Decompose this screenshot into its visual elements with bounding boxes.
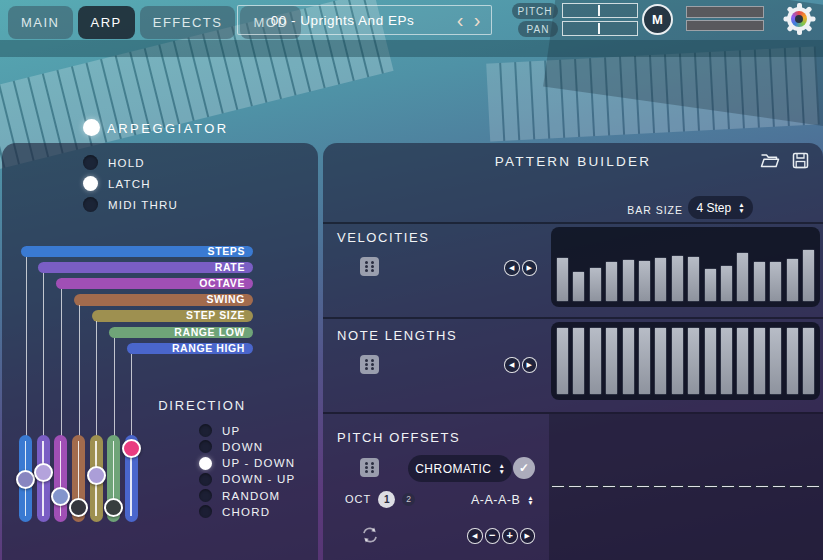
pitch-step-dash[interactable]	[806, 485, 820, 489]
chart-bar[interactable]	[638, 327, 651, 395]
chart-bar[interactable]	[720, 265, 733, 302]
pitch-step-dash[interactable]	[704, 485, 718, 489]
chart-bar[interactable]	[671, 327, 684, 395]
chart-bar[interactable]	[802, 327, 815, 395]
bar-size-selector[interactable]: 4 Step ▲▼	[688, 196, 753, 219]
chart-bar[interactable]	[671, 255, 684, 302]
velocities-shift-left-button[interactable]: ◀	[504, 260, 520, 276]
chart-bar[interactable]	[687, 256, 700, 302]
pitch-step-dash[interactable]	[789, 485, 803, 489]
tab-arp[interactable]: ARP	[78, 6, 135, 39]
pitch-offset-steps[interactable]	[551, 480, 820, 492]
chart-bar[interactable]	[589, 267, 602, 302]
stepper-arrows-icon[interactable]: ▲▼	[527, 495, 534, 506]
arpeggiator-toggle[interactable]	[83, 119, 100, 136]
pitch-step-dash[interactable]	[772, 485, 786, 489]
save-pattern-disk-icon[interactable]	[792, 152, 809, 169]
pitch-step-dash[interactable]	[738, 485, 752, 489]
velocities-chart[interactable]	[551, 227, 820, 307]
chart-bar[interactable]	[572, 271, 585, 303]
direction-option-chord[interactable]: CHORD	[199, 505, 295, 518]
note-lengths-shift-right-button[interactable]: ▶	[522, 357, 538, 373]
scale-selector[interactable]: CHROMATIC ▲▼	[408, 455, 512, 482]
chart-bar[interactable]	[704, 327, 717, 395]
chart-bar[interactable]	[769, 261, 782, 302]
settings-gear-icon[interactable]	[782, 2, 816, 36]
note-lengths-shift-left-button[interactable]: ◀	[504, 357, 520, 373]
pitch-step-dash[interactable]	[687, 485, 701, 489]
chart-bar[interactable]	[605, 327, 618, 395]
chart-bar[interactable]	[572, 327, 585, 395]
stepper-arrows-icon[interactable]: ▲▼	[498, 463, 504, 474]
chart-bar[interactable]	[769, 327, 782, 395]
chart-bar[interactable]	[802, 249, 815, 302]
slider-knob-rate[interactable]	[34, 463, 53, 482]
pitch-step-dash[interactable]	[585, 485, 599, 489]
velocities-randomize-dice-icon[interactable]	[360, 257, 379, 276]
chart-bar[interactable]	[786, 258, 799, 302]
mute-button[interactable]: M	[642, 4, 673, 35]
preset-next-button[interactable]: ›	[470, 7, 484, 35]
preset-prev-button[interactable]: ‹	[453, 7, 467, 35]
chart-bar[interactable]	[753, 327, 766, 395]
slider-bar-rate[interactable]: RATE	[38, 262, 253, 274]
chart-bar[interactable]	[605, 261, 618, 302]
chart-bar[interactable]	[704, 268, 717, 302]
pitch-step-dash[interactable]	[602, 485, 616, 489]
reset-refresh-icon[interactable]	[361, 526, 379, 544]
chart-bar[interactable]	[638, 260, 651, 302]
tab-effects[interactable]: EFFECTS	[140, 6, 236, 39]
chart-bar[interactable]	[654, 257, 667, 302]
chart-bar[interactable]	[589, 327, 602, 395]
pitch-step-dash[interactable]	[568, 485, 582, 489]
tab-main[interactable]: MAIN	[8, 6, 73, 39]
step-left-button[interactable]: ◀	[467, 528, 483, 544]
chart-bar[interactable]	[736, 252, 749, 302]
load-pattern-folder-icon[interactable]	[760, 152, 780, 169]
slider-bar-steps[interactable]: STEPS	[21, 246, 253, 258]
chart-bar[interactable]	[720, 327, 733, 395]
slider-bar-octave[interactable]: OCTAVE	[56, 278, 253, 290]
note-lengths-randomize-dice-icon[interactable]	[360, 355, 379, 374]
scale-apply-check-icon[interactable]: ✓	[513, 457, 535, 479]
pitch-step-dash[interactable]	[636, 485, 650, 489]
slider-knob-step-size[interactable]	[87, 466, 106, 485]
chart-bar[interactable]	[736, 327, 749, 395]
pitch-offsets-randomize-dice-icon[interactable]	[360, 458, 379, 477]
direction-option-down[interactable]: DOWN	[199, 440, 295, 453]
slider-knob-range-high[interactable]	[122, 439, 141, 458]
chart-bar[interactable]	[622, 327, 635, 395]
slider-bar-range-low[interactable]: RANGE LOW	[109, 327, 253, 339]
direction-option-down-up[interactable]: DOWN - UP	[199, 473, 295, 486]
pattern-variation-selector[interactable]: A-A-A-B ▲▼	[471, 489, 534, 511]
oct-option-2[interactable]: 2	[402, 493, 415, 506]
pitch-step-dash[interactable]	[551, 485, 565, 489]
slider-bar-swing[interactable]: SWING	[74, 294, 253, 306]
pitch-step-dash[interactable]	[755, 485, 769, 489]
direction-option-up[interactable]: UP	[199, 424, 295, 437]
step-decrement-button[interactable]: −	[485, 528, 501, 544]
preset-selector[interactable]: 00 - Uprights And EPs ‹ ›	[237, 5, 492, 35]
chart-bar[interactable]	[786, 327, 799, 395]
note-lengths-chart[interactable]	[551, 322, 820, 400]
pitch-step-dash[interactable]	[721, 485, 735, 489]
slider-bar-step-size[interactable]: STEP SIZE	[92, 310, 253, 322]
chart-bar[interactable]	[687, 327, 700, 395]
slider-knob-octave[interactable]	[51, 487, 70, 506]
direction-option-random[interactable]: RANDOM	[199, 489, 295, 502]
pitch-slider-handle[interactable]	[598, 5, 600, 16]
pan-slider[interactable]	[562, 21, 638, 36]
pan-slider-handle[interactable]	[598, 23, 600, 34]
pitch-slider[interactable]	[562, 3, 638, 18]
pitch-step-dash[interactable]	[670, 485, 684, 489]
chart-bar[interactable]	[622, 259, 635, 302]
chart-bar[interactable]	[753, 261, 766, 302]
slider-track-octave[interactable]	[54, 435, 67, 522]
step-increment-button[interactable]: +	[502, 528, 518, 544]
stepper-arrows-icon[interactable]: ▲▼	[738, 202, 744, 213]
slider-knob-steps[interactable]	[16, 470, 35, 489]
direction-option-up-down[interactable]: UP - DOWN	[199, 457, 295, 470]
chart-bar[interactable]	[654, 327, 667, 395]
pitch-step-dash[interactable]	[653, 485, 667, 489]
chart-bar[interactable]	[556, 327, 569, 395]
